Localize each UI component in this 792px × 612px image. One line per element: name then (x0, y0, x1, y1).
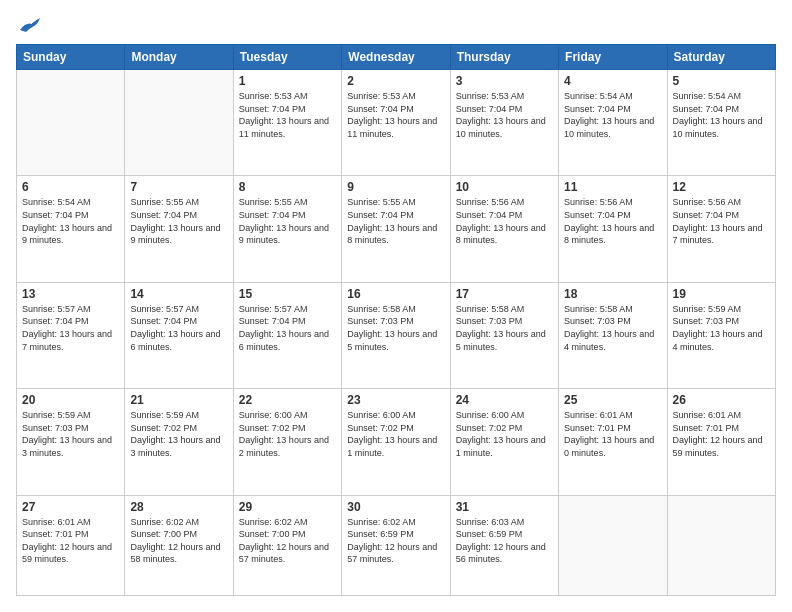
day-number: 17 (456, 287, 553, 301)
day-info: Sunrise: 5:55 AM Sunset: 7:04 PM Dayligh… (130, 196, 227, 246)
day-number: 26 (673, 393, 770, 407)
calendar-cell: 8Sunrise: 5:55 AM Sunset: 7:04 PM Daylig… (233, 176, 341, 282)
calendar-cell: 7Sunrise: 5:55 AM Sunset: 7:04 PM Daylig… (125, 176, 233, 282)
calendar-week-4: 20Sunrise: 5:59 AM Sunset: 7:03 PM Dayli… (17, 389, 776, 495)
day-number: 19 (673, 287, 770, 301)
calendar-week-2: 6Sunrise: 5:54 AM Sunset: 7:04 PM Daylig… (17, 176, 776, 282)
day-info: Sunrise: 5:57 AM Sunset: 7:04 PM Dayligh… (130, 303, 227, 353)
day-info: Sunrise: 5:56 AM Sunset: 7:04 PM Dayligh… (564, 196, 661, 246)
day-info: Sunrise: 5:58 AM Sunset: 7:03 PM Dayligh… (347, 303, 444, 353)
calendar-cell: 4Sunrise: 5:54 AM Sunset: 7:04 PM Daylig… (559, 70, 667, 176)
day-number: 14 (130, 287, 227, 301)
calendar-cell: 9Sunrise: 5:55 AM Sunset: 7:04 PM Daylig… (342, 176, 450, 282)
day-info: Sunrise: 6:01 AM Sunset: 7:01 PM Dayligh… (673, 409, 770, 459)
calendar-week-5: 27Sunrise: 6:01 AM Sunset: 7:01 PM Dayli… (17, 495, 776, 595)
day-info: Sunrise: 6:01 AM Sunset: 7:01 PM Dayligh… (22, 516, 119, 566)
day-number: 10 (456, 180, 553, 194)
weekday-header-thursday: Thursday (450, 45, 558, 70)
day-info: Sunrise: 5:53 AM Sunset: 7:04 PM Dayligh… (347, 90, 444, 140)
day-info: Sunrise: 5:58 AM Sunset: 7:03 PM Dayligh… (564, 303, 661, 353)
day-number: 28 (130, 500, 227, 514)
calendar-cell: 2Sunrise: 5:53 AM Sunset: 7:04 PM Daylig… (342, 70, 450, 176)
logo-bird-icon (18, 16, 40, 34)
day-info: Sunrise: 5:56 AM Sunset: 7:04 PM Dayligh… (673, 196, 770, 246)
day-number: 25 (564, 393, 661, 407)
calendar-cell: 14Sunrise: 5:57 AM Sunset: 7:04 PM Dayli… (125, 282, 233, 388)
day-number: 1 (239, 74, 336, 88)
weekday-header-saturday: Saturday (667, 45, 775, 70)
day-number: 8 (239, 180, 336, 194)
day-number: 20 (22, 393, 119, 407)
day-info: Sunrise: 6:01 AM Sunset: 7:01 PM Dayligh… (564, 409, 661, 459)
weekday-header-row: SundayMondayTuesdayWednesdayThursdayFrid… (17, 45, 776, 70)
day-number: 29 (239, 500, 336, 514)
calendar-cell: 30Sunrise: 6:02 AM Sunset: 6:59 PM Dayli… (342, 495, 450, 595)
calendar-cell: 22Sunrise: 6:00 AM Sunset: 7:02 PM Dayli… (233, 389, 341, 495)
day-info: Sunrise: 5:55 AM Sunset: 7:04 PM Dayligh… (347, 196, 444, 246)
calendar-cell (667, 495, 775, 595)
day-number: 2 (347, 74, 444, 88)
day-number: 6 (22, 180, 119, 194)
day-number: 7 (130, 180, 227, 194)
calendar-cell: 6Sunrise: 5:54 AM Sunset: 7:04 PM Daylig… (17, 176, 125, 282)
day-info: Sunrise: 6:02 AM Sunset: 6:59 PM Dayligh… (347, 516, 444, 566)
day-number: 16 (347, 287, 444, 301)
day-number: 9 (347, 180, 444, 194)
day-info: Sunrise: 5:54 AM Sunset: 7:04 PM Dayligh… (673, 90, 770, 140)
header (16, 16, 776, 34)
calendar-cell: 17Sunrise: 5:58 AM Sunset: 7:03 PM Dayli… (450, 282, 558, 388)
day-info: Sunrise: 5:57 AM Sunset: 7:04 PM Dayligh… (22, 303, 119, 353)
day-info: Sunrise: 5:58 AM Sunset: 7:03 PM Dayligh… (456, 303, 553, 353)
calendar-cell: 5Sunrise: 5:54 AM Sunset: 7:04 PM Daylig… (667, 70, 775, 176)
day-number: 4 (564, 74, 661, 88)
day-number: 13 (22, 287, 119, 301)
calendar-cell (559, 495, 667, 595)
calendar-cell: 21Sunrise: 5:59 AM Sunset: 7:02 PM Dayli… (125, 389, 233, 495)
day-number: 11 (564, 180, 661, 194)
weekday-header-friday: Friday (559, 45, 667, 70)
day-number: 15 (239, 287, 336, 301)
calendar-cell: 16Sunrise: 5:58 AM Sunset: 7:03 PM Dayli… (342, 282, 450, 388)
logo (16, 16, 40, 34)
day-number: 5 (673, 74, 770, 88)
calendar-cell: 24Sunrise: 6:00 AM Sunset: 7:02 PM Dayli… (450, 389, 558, 495)
day-info: Sunrise: 5:57 AM Sunset: 7:04 PM Dayligh… (239, 303, 336, 353)
day-info: Sunrise: 5:59 AM Sunset: 7:03 PM Dayligh… (22, 409, 119, 459)
calendar-cell: 18Sunrise: 5:58 AM Sunset: 7:03 PM Dayli… (559, 282, 667, 388)
day-number: 21 (130, 393, 227, 407)
day-number: 24 (456, 393, 553, 407)
day-info: Sunrise: 6:02 AM Sunset: 7:00 PM Dayligh… (130, 516, 227, 566)
weekday-header-sunday: Sunday (17, 45, 125, 70)
calendar-cell (17, 70, 125, 176)
day-info: Sunrise: 5:55 AM Sunset: 7:04 PM Dayligh… (239, 196, 336, 246)
calendar-cell: 25Sunrise: 6:01 AM Sunset: 7:01 PM Dayli… (559, 389, 667, 495)
day-number: 31 (456, 500, 553, 514)
calendar-table: SundayMondayTuesdayWednesdayThursdayFrid… (16, 44, 776, 596)
calendar-week-1: 1Sunrise: 5:53 AM Sunset: 7:04 PM Daylig… (17, 70, 776, 176)
day-number: 12 (673, 180, 770, 194)
calendar-cell (125, 70, 233, 176)
day-number: 27 (22, 500, 119, 514)
day-info: Sunrise: 5:54 AM Sunset: 7:04 PM Dayligh… (22, 196, 119, 246)
calendar-cell: 3Sunrise: 5:53 AM Sunset: 7:04 PM Daylig… (450, 70, 558, 176)
day-number: 22 (239, 393, 336, 407)
calendar-cell: 27Sunrise: 6:01 AM Sunset: 7:01 PM Dayli… (17, 495, 125, 595)
calendar-cell: 11Sunrise: 5:56 AM Sunset: 7:04 PM Dayli… (559, 176, 667, 282)
calendar-cell: 23Sunrise: 6:00 AM Sunset: 7:02 PM Dayli… (342, 389, 450, 495)
weekday-header-monday: Monday (125, 45, 233, 70)
calendar-cell: 13Sunrise: 5:57 AM Sunset: 7:04 PM Dayli… (17, 282, 125, 388)
day-info: Sunrise: 5:53 AM Sunset: 7:04 PM Dayligh… (456, 90, 553, 140)
day-info: Sunrise: 6:00 AM Sunset: 7:02 PM Dayligh… (347, 409, 444, 459)
calendar-cell: 19Sunrise: 5:59 AM Sunset: 7:03 PM Dayli… (667, 282, 775, 388)
calendar-cell: 28Sunrise: 6:02 AM Sunset: 7:00 PM Dayli… (125, 495, 233, 595)
day-info: Sunrise: 5:59 AM Sunset: 7:03 PM Dayligh… (673, 303, 770, 353)
calendar-cell: 31Sunrise: 6:03 AM Sunset: 6:59 PM Dayli… (450, 495, 558, 595)
day-info: Sunrise: 6:02 AM Sunset: 7:00 PM Dayligh… (239, 516, 336, 566)
calendar-cell: 29Sunrise: 6:02 AM Sunset: 7:00 PM Dayli… (233, 495, 341, 595)
day-info: Sunrise: 5:53 AM Sunset: 7:04 PM Dayligh… (239, 90, 336, 140)
weekday-header-wednesday: Wednesday (342, 45, 450, 70)
day-info: Sunrise: 5:54 AM Sunset: 7:04 PM Dayligh… (564, 90, 661, 140)
day-number: 30 (347, 500, 444, 514)
calendar-cell: 20Sunrise: 5:59 AM Sunset: 7:03 PM Dayli… (17, 389, 125, 495)
day-info: Sunrise: 5:56 AM Sunset: 7:04 PM Dayligh… (456, 196, 553, 246)
